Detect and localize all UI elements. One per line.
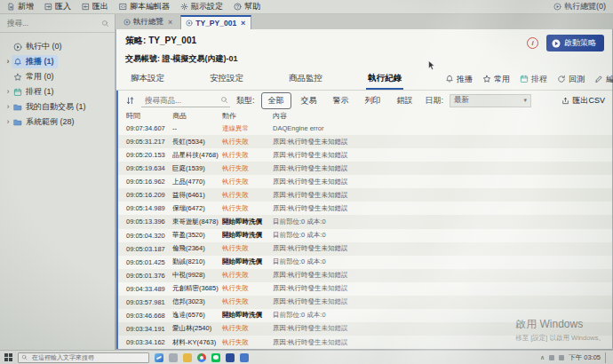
menu-script-editor[interactable]: 腳本編輯器 (119, 1, 170, 12)
files-icon[interactable] (169, 353, 178, 362)
taskbar-search-input[interactable] (30, 353, 146, 361)
menu-help[interactable]: 幫助 (234, 1, 260, 12)
clock[interactable]: 下午 03:05 (569, 353, 601, 362)
log-row[interactable]: 09:07:34.607--連線異常DAQEngine error (118, 122, 612, 135)
type-filter-label: 類型: (236, 95, 255, 107)
folder-app-icon[interactable] (183, 353, 192, 362)
calculator-icon[interactable] (240, 353, 249, 362)
edit-action-label: 編輯 (606, 74, 613, 85)
log-row[interactable]: 09:05:04.320華盈(3520)開始即時洗價目前部位:0 成本:0 (118, 229, 612, 242)
log-row[interactable]: 09:03:34.191愛山林(2540)執行失敗原因:執行時發生未知錯誤 (118, 322, 612, 336)
taskbar-search[interactable] (18, 352, 149, 363)
log-row[interactable]: 09:05:16.962上品(4770)執行失敗原因:執行時發生未知錯誤 (118, 175, 612, 188)
sidebar-item-schedule[interactable]: ›排程 (1) (0, 84, 115, 99)
window-tab-ty-py-001[interactable]: TY_PY_001× (180, 15, 251, 29)
cell-action: 執行失敗 (222, 297, 273, 306)
log-row[interactable]: 09:05:03.187倫飛(2364)執行失敗原因:執行時發生未知錯誤 (118, 242, 612, 256)
trading-app-icon[interactable] (155, 353, 163, 362)
chevron-right-icon[interactable]: › (4, 58, 12, 66)
sidebar-search-input[interactable] (5, 18, 98, 28)
chevron-right-icon[interactable]: › (4, 88, 12, 96)
log-row[interactable]: 09:05:01.425勤誠(8210)開始即時洗價目前部位:0 成本:0 (118, 256, 612, 269)
header-actions: i 啟動策略 (527, 35, 604, 51)
type-chip-alert[interactable]: 警示 (327, 93, 355, 108)
type-chip-all[interactable]: 全部 (261, 92, 291, 109)
log-row[interactable]: 09:05:19.634巨庭(1539)執行失敗原因:執行時發生未知錯誤 (118, 162, 612, 175)
taskbar: ∧ 下午 03:05 (0, 350, 613, 364)
window-tab-execution-overview[interactable]: 執行總覽× (118, 14, 179, 29)
cell-time: 09:05:01.425 (126, 258, 172, 266)
menu-export[interactable]: 匯出 (82, 1, 108, 12)
line-icon[interactable] (211, 353, 220, 362)
sidebar-tree: 執行中 (0)›推播 (1)常用 (0)›排程 (1)›我的自動交易 (1)›系… (0, 33, 115, 130)
log-row[interactable]: 09:05:14.989保瑞(6472)執行失敗原因:執行時發生未知錯誤 (118, 202, 612, 215)
log-row[interactable]: 09:05:31.217長虹(5534)執行失敗原因:執行時發生未知錯誤 (118, 135, 612, 148)
column-header-2: 動作 (222, 111, 273, 121)
favorites-action[interactable]: 常用 (482, 74, 510, 85)
type-chip-error[interactable]: 錯誤 (391, 93, 419, 108)
sidebar-item-push[interactable]: ›推播 (1) (0, 54, 115, 69)
log-row[interactable]: 09:05:20.153晶星科技(4768)執行失敗原因:執行時發生未知錯誤 (118, 148, 612, 162)
sidebar-item-label: 系統範例 (28) (26, 116, 75, 128)
menu-new[interactable]: 新增 (7, 1, 34, 12)
push-action[interactable]: 推播 (445, 74, 473, 85)
menu-import-label: 匯入 (55, 1, 71, 12)
log-row[interactable]: 09:03:57.981信邦(3023)執行失敗原因:執行時發生未知錯誤 (118, 296, 612, 309)
log-row[interactable]: 09:04:33.489元創精密(3685)執行失敗原因:執行時發生未知錯誤 (118, 282, 612, 296)
date-select[interactable]: 最新 ▾ (450, 94, 531, 107)
cell-product: 巨庭(1539) (172, 164, 222, 173)
tab-risk-settings[interactable]: 安控設定 (208, 68, 245, 90)
type-chip-trade[interactable]: 交易 (295, 93, 323, 108)
cell-action: 開始即時洗價 (222, 311, 273, 320)
bell-icon (13, 58, 22, 67)
cell-time: 09:03:34.162 (126, 338, 172, 346)
screen: 新增匯入匯出腳本編輯器顯示設定幫助 執行總覽(0) 執行中 (0)›推播 (1)… (0, 0, 613, 364)
sort-icon[interactable] (125, 96, 135, 106)
chrome-icon[interactable] (197, 353, 206, 362)
log-row[interactable]: 09:05:01.376中視(9928)執行失敗原因:執行時發生未知錯誤 (118, 269, 612, 282)
sidebar-item-favorites[interactable]: 常用 (0) (0, 69, 115, 84)
product-search-input[interactable] (143, 95, 219, 106)
tab-script-settings[interactable]: 腳本設定 (129, 68, 166, 90)
log-table: 09:07:34.607--連線異常DAQEngine error09:05:3… (118, 122, 612, 349)
cell-product: 勤誠(8210) (172, 257, 222, 266)
show-desktop-button[interactable] (605, 352, 609, 363)
log-row[interactable]: 09:03:46.668逸達(6576)開始即時洗價目前部位:0 成本:0 (118, 309, 612, 322)
sidebar-item-label: 推播 (1) (26, 56, 54, 67)
log-row[interactable]: 09:05:13.396東哥遊艇(8478)開始即時洗價目前部位:0 成本:0 (118, 215, 612, 228)
start-strategy-button[interactable]: 啟動策略 (546, 35, 604, 51)
sidebar-search[interactable] (0, 14, 115, 33)
schedule-action[interactable]: 排程 (520, 74, 547, 85)
backtest-action[interactable]: 回測 (557, 74, 585, 85)
windows-start-button[interactable] (4, 353, 12, 361)
chevron-up-icon[interactable]: ∧ (540, 354, 545, 361)
edit-action[interactable]: 編輯 (594, 74, 613, 85)
close-icon[interactable]: × (168, 19, 172, 27)
sidebar-item-system-examples[interactable]: ›系統範例 (28) (0, 115, 115, 130)
cell-action: 開始即時洗價 (222, 218, 273, 226)
tab-product-monitor[interactable]: 商品監控 (287, 68, 324, 90)
sidebar-item-my-auto-trading[interactable]: ›我的自動交易 (1) (0, 99, 115, 115)
cell-action: 開始即時洗價 (222, 257, 273, 266)
sidebar-item-label: 我的自動交易 (1) (26, 101, 86, 113)
product-search[interactable] (141, 94, 230, 107)
menu-display-settings[interactable]: 顯示設定 (180, 1, 223, 12)
log-row[interactable]: 09:05:16.209益得(6461)執行失敗原因:執行時發生未知錯誤 (118, 188, 612, 202)
export-csv-button[interactable]: 匯出CSV (561, 95, 605, 107)
log-row[interactable]: 09:03:34.162材料-KY(4763)執行失敗原因:執行時發生未知錯誤 (118, 336, 612, 349)
close-icon[interactable]: × (241, 20, 245, 28)
cell-action: 執行失敗 (222, 204, 273, 213)
execution-overview-link[interactable]: 執行總覽(0) (553, 1, 606, 12)
sidebar-item-running[interactable]: 執行中 (0) (0, 39, 115, 54)
tray-icon[interactable] (549, 355, 554, 360)
media-icon[interactable] (226, 353, 235, 362)
info-icon[interactable]: i (527, 37, 538, 49)
cell-action: 執行失敗 (222, 284, 273, 293)
tray-icon[interactable] (559, 355, 564, 360)
chevron-right-icon[interactable]: › (4, 118, 12, 126)
cell-product: 倫飛(2364) (172, 244, 222, 253)
tab-execution-log[interactable]: 執行紀錄 (366, 68, 403, 90)
menu-import[interactable]: 匯入 (44, 1, 71, 12)
type-chip-print[interactable]: 列印 (359, 93, 387, 108)
chevron-right-icon[interactable]: › (4, 103, 12, 111)
